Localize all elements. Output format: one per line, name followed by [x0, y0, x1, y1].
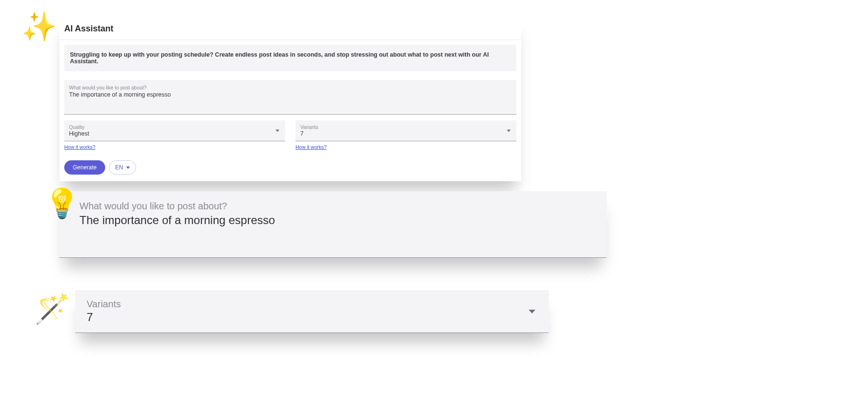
quality-column: Quality Highest How it works? [64, 120, 285, 151]
settings-row: Quality Highest How it works? Variants 7… [64, 120, 516, 151]
language-button-label: EN [115, 164, 123, 171]
lightbulb-icon: 💡 [44, 189, 80, 218]
magic-wand-icon: 🪄 [34, 295, 70, 323]
chevron-down-icon [507, 129, 511, 132]
variants-help-link[interactable]: How it works? [296, 144, 326, 150]
prompt-input-large-label: What would you like to post about? [79, 201, 587, 212]
chevron-down-icon [276, 129, 279, 132]
ai-assistant-card: ✨ AI Assistant Struggling to keep up wit… [59, 17, 521, 181]
variants-column: Variants 7 How it works? [296, 120, 516, 151]
quality-select[interactable]: Quality Highest [64, 120, 285, 141]
prompt-input-large-value: The importance of a morning espresso [79, 214, 587, 227]
variants-select-label: Variants [300, 124, 512, 130]
prompt-input-label: What would you like to post about? [69, 85, 512, 90]
chevron-down-icon [126, 166, 130, 169]
variants-select-large[interactable]: 🪄 Variants 7 [75, 290, 549, 333]
actions-row: Generate EN [64, 160, 516, 175]
prompt-input[interactable]: What would you like to post about? The i… [64, 80, 516, 115]
info-banner: Struggling to keep up with your posting … [64, 45, 516, 71]
variants-select[interactable]: Variants 7 [296, 120, 516, 141]
variants-select-value: 7 [300, 130, 512, 137]
variants-select-large-label: Variants [87, 299, 537, 310]
quality-help-link[interactable]: How it works? [64, 144, 95, 150]
quality-select-label: Quality [69, 124, 280, 130]
prompt-input-large[interactable]: 💡 What would you like to post about? The… [59, 191, 607, 258]
sparkles-icon: ✨ [21, 12, 57, 41]
language-button[interactable]: EN [109, 160, 136, 175]
page-title: AI Assistant [59, 17, 521, 39]
variants-select-large-value: 7 [87, 311, 537, 324]
prompt-input-value: The importance of a morning espresso [69, 91, 512, 98]
divider [59, 39, 521, 40]
quality-select-value: Highest [69, 130, 280, 137]
generate-button[interactable]: Generate [64, 160, 105, 175]
chevron-down-icon [529, 310, 535, 313]
